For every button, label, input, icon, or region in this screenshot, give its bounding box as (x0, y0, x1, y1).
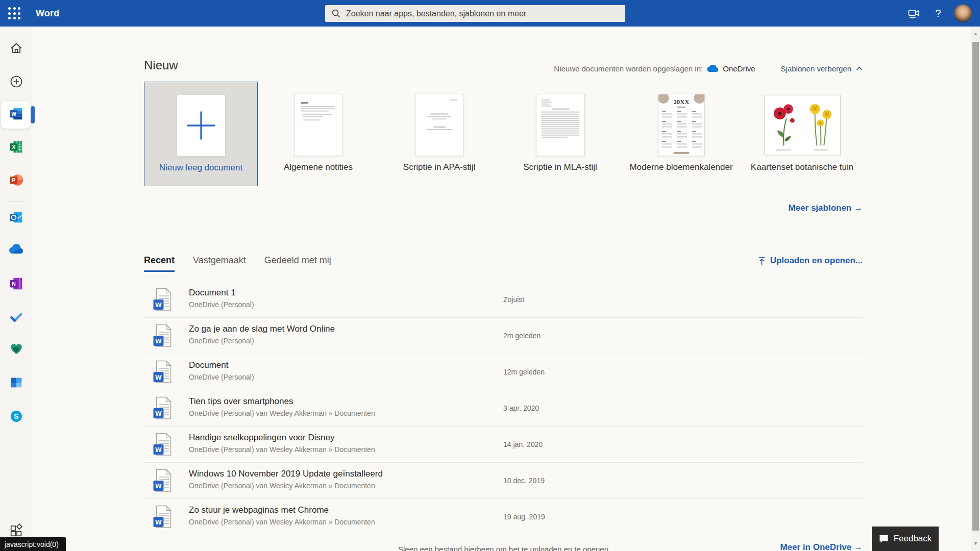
scrollbar-thumb[interactable] (972, 42, 979, 531)
svg-text:W: W (155, 373, 162, 381)
document-title: Tien tips over smartphones (189, 396, 293, 407)
home-icon (9, 40, 24, 58)
active-item-indicator (31, 106, 35, 123)
document-date: 10 dec. 2019 (503, 477, 545, 485)
sidebar-item-onedrive[interactable] (0, 237, 33, 265)
document-location: OneDrive (Personal) van Wesley Akkerman … (189, 518, 375, 526)
template-label: Nieuw leeg document (144, 163, 257, 173)
svg-text:N: N (12, 281, 15, 287)
document-title: Handige snelkoppelingen voor Disney (189, 433, 334, 443)
todo-icon (9, 309, 24, 327)
family-safety-icon (9, 341, 24, 359)
svg-text:P: P (12, 178, 16, 183)
sidebar-item-home[interactable] (0, 35, 33, 63)
scrollbar[interactable]: ▲ ▼ (971, 27, 980, 551)
template-card-mla[interactable]: Scriptie in MLA-stijl (500, 82, 621, 186)
avatar (954, 5, 972, 22)
tab-gedeeld-met-mij[interactable]: Gedeeld met mij (264, 255, 331, 272)
document-location: OneDrive (Personal) (189, 300, 254, 309)
sidebar-item-outlook[interactable] (0, 204, 33, 233)
svg-text:W: W (155, 518, 162, 526)
template-thumbnail (536, 94, 585, 156)
feedback-bubble-icon (879, 535, 889, 543)
word-doc-icon: W (153, 433, 173, 458)
template-label: Moderne bloemenkalender (621, 162, 742, 172)
sidebar-item-word[interactable]: W (0, 101, 33, 129)
document-location: OneDrive (Personal) van Wesley Akkerman … (189, 445, 375, 454)
onenote-icon: N (9, 276, 24, 293)
plus-circle-icon (9, 74, 24, 91)
more-templates-link[interactable]: Meer sjablonen → (144, 203, 863, 213)
template-card-botanical[interactable]: Kaartenset botanische tuin (742, 82, 863, 186)
skype-icon: S (9, 409, 24, 426)
scroll-up-arrow-icon[interactable]: ▲ (971, 30, 980, 38)
meet-now-icon[interactable] (901, 0, 926, 27)
svg-text:S: S (14, 412, 18, 420)
word-icon: W (9, 106, 24, 123)
document-date: 19 aug. 2019 (503, 513, 545, 521)
template-thumbnail: 20XX (658, 94, 705, 156)
feedback-button[interactable]: Feedback (872, 527, 939, 551)
template-card-notes[interactable]: Algemene notities (258, 82, 379, 186)
document-row[interactable]: WDocumentOneDrive (Personal)12m geleden (144, 354, 863, 390)
template-card-blank[interactable]: Nieuw leeg document (144, 82, 258, 186)
arrow-right-icon: → (854, 203, 863, 213)
svg-text:W: W (11, 111, 16, 117)
document-date: 12m geleden (503, 368, 545, 376)
recent-documents-list: WDocument 1OneDrive (Personal)ZojuistWZo… (144, 282, 863, 535)
document-location: OneDrive (Personal) van Wesley Akkerman … (189, 409, 375, 417)
tab-vastgemaakt[interactable]: Vastgemaakt (193, 255, 246, 272)
document-location: OneDrive (Personal) van Wesley Akkerman … (189, 482, 375, 490)
template-card-calendar[interactable]: 20XXModerne bloemenkalender (621, 82, 742, 186)
tab-recent[interactable]: Recent (144, 255, 175, 272)
waffle-grid-icon (8, 7, 20, 19)
document-row[interactable]: WWindows 10 November 2019 Update geïnsta… (144, 463, 863, 499)
account-button[interactable] (950, 0, 975, 27)
hide-templates-button[interactable]: Sjablonen verbergen (781, 64, 863, 73)
document-location: OneDrive (Personal) (189, 373, 254, 381)
document-title: Zo ga je aan de slag met Word Online (189, 324, 335, 334)
sidebar-item-skype[interactable]: S (0, 403, 33, 432)
template-card-apa[interactable]: Scriptie in APA-stijl (379, 82, 500, 186)
sidebar-item-family-safety[interactable] (0, 336, 33, 364)
document-row[interactable]: WDocument 1OneDrive (Personal)Zojuist (144, 282, 863, 318)
word-doc-icon: W (153, 505, 173, 531)
save-location-row: Nieuwe documenten worden opgeslagen in: … (144, 62, 863, 74)
sidebar-item-create-new[interactable] (0, 68, 33, 97)
sidebar-item-powerpoint[interactable]: P (0, 167, 33, 195)
sidebar-divider (8, 202, 24, 202)
document-row[interactable]: WZo stuur je webpaginas met ChromeOneDri… (144, 499, 863, 535)
chevron-up-icon (856, 66, 863, 70)
document-title: Document 1 (189, 288, 236, 298)
sidebar-item-excel[interactable]: X (0, 134, 33, 162)
more-in-onedrive-link[interactable]: Meer in OneDrive → (144, 542, 863, 551)
search-input[interactable]: Zoeken naar apps, bestanden, sjablonen e… (325, 5, 625, 22)
sidebar-item-onenote[interactable]: N (0, 270, 33, 299)
sidebar: WXPNS (0, 27, 33, 551)
word-doc-icon: W (153, 324, 173, 349)
document-row[interactable]: WHandige snelkoppelingen voor DisneyOneD… (144, 427, 863, 463)
onedrive-icon (707, 65, 719, 72)
search-placeholder: Zoeken naar apps, bestanden, sjablonen e… (346, 9, 526, 18)
template-label: Scriptie in MLA-stijl (500, 162, 621, 172)
svg-text:W: W (155, 337, 162, 345)
app-title: Word (36, 0, 59, 27)
sidebar-item-todo[interactable] (0, 304, 33, 332)
document-title: Zo stuur je webpaginas met Chrome (189, 505, 329, 515)
save-location-label: Nieuwe documenten worden opgeslagen in: (554, 64, 703, 73)
document-row[interactable]: WZo ga je aan de slag met Word OnlineOne… (144, 318, 863, 354)
recent-tabs-row: RecentVastgemaaktGedeeld met mij Uploade… (144, 255, 863, 276)
document-title: Document (189, 360, 228, 370)
word-doc-icon: W (153, 360, 173, 386)
help-icon[interactable]: ? (926, 0, 950, 27)
scroll-down-arrow-icon[interactable]: ▼ (971, 539, 980, 548)
document-date: 3 apr. 2020 (503, 404, 539, 412)
template-thumbnail (764, 95, 841, 155)
excel-icon: X (9, 139, 24, 157)
upload-open-link[interactable]: Uploaden en openen... (758, 256, 863, 266)
sidebar-item-calendar[interactable] (0, 369, 33, 398)
onedrive-icon (9, 242, 24, 260)
app-launcher-icon[interactable] (0, 0, 29, 27)
document-row[interactable]: WTien tips over smartphonesOneDrive (Per… (144, 390, 863, 427)
word-doc-icon: W (153, 288, 173, 313)
